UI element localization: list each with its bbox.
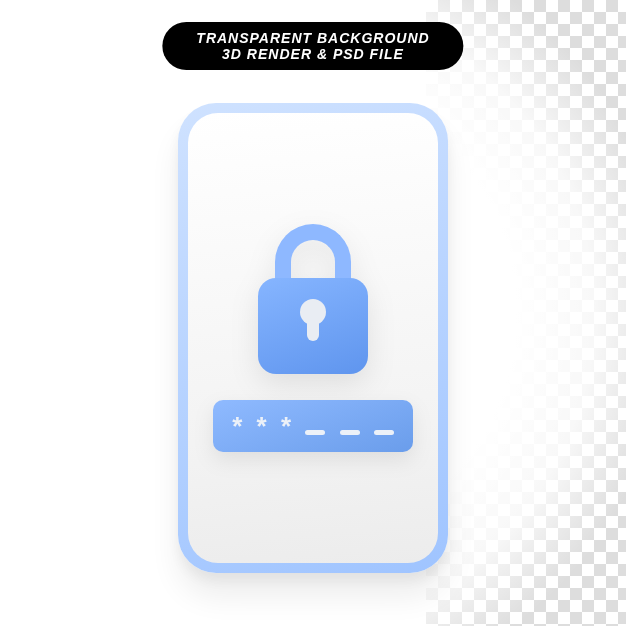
phone-frame: * * * xyxy=(178,103,448,573)
password-empty-slot xyxy=(374,430,394,435)
password-empty-slot xyxy=(340,430,360,435)
phone-illustration: * * * xyxy=(178,103,448,573)
password-empty-slot xyxy=(305,430,325,435)
padlock-icon xyxy=(248,224,378,374)
caption-line-2: 3D RENDER & PSD FILE xyxy=(196,46,429,62)
password-char: * xyxy=(257,413,267,439)
phone-screen: * * * xyxy=(188,113,438,563)
password-char: * xyxy=(281,413,291,439)
keyhole-icon xyxy=(300,299,326,341)
padlock-body xyxy=(258,278,368,374)
password-input[interactable]: * * * xyxy=(213,400,413,452)
caption-banner: TRANSPARENT BACKGROUND 3D RENDER & PSD F… xyxy=(162,22,463,70)
caption-line-1: TRANSPARENT BACKGROUND xyxy=(196,30,429,46)
password-char: * xyxy=(232,413,242,439)
